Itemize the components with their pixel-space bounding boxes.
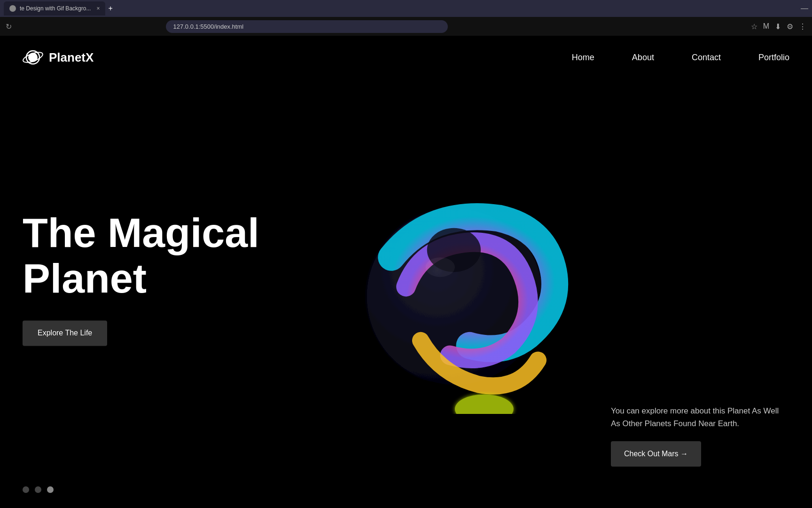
nav-link-portfolio[interactable]: Portfolio — [758, 53, 789, 62]
dot-2[interactable] — [35, 486, 41, 493]
hero-text-block: The Magical Planet Explore The Life — [23, 210, 259, 346]
logo-icon — [23, 47, 43, 68]
minimize-button[interactable]: — — [801, 4, 808, 13]
dot-3[interactable] — [47, 486, 54, 493]
nav-links: Home About Contact Portfolio — [572, 53, 789, 63]
settings-icon[interactable]: ⚙ — [787, 22, 793, 31]
svg-point-4 — [455, 394, 514, 414]
explore-button[interactable]: Explore The Life — [23, 320, 107, 346]
bookmark-icon[interactable]: ☆ — [751, 22, 757, 31]
browser-toolbar-icons: ☆ M ⬇ ⚙ ⋮ — [751, 22, 806, 31]
dot-1[interactable] — [23, 486, 29, 493]
nav-item-contact[interactable]: Contact — [692, 53, 721, 63]
planet-svg — [333, 169, 577, 414]
planet-container — [333, 169, 577, 414]
tab-favicon — [9, 5, 16, 12]
logo-text: PlanetX — [49, 50, 94, 65]
nav-item-portfolio[interactable]: Portfolio — [758, 53, 789, 63]
planet-logo-svg — [23, 47, 43, 68]
browser-chrome: te Design with Gif Backgro... × + — ↻ ☆ … — [0, 0, 812, 36]
window-controls: — — [801, 4, 808, 13]
menu-icon[interactable]: ⋮ — [799, 22, 806, 31]
url-input[interactable] — [166, 20, 448, 33]
title-bar: te Design with Gif Backgro... × + — — [0, 0, 812, 17]
hero-title-line2: Planet — [23, 255, 147, 302]
svg-point-2 — [28, 53, 38, 62]
address-bar: ↻ ☆ M ⬇ ⚙ ⋮ — [0, 17, 812, 36]
hero-title-line1: The Magical — [23, 209, 259, 256]
mars-button[interactable]: Check Out Mars → — [611, 441, 701, 467]
svg-point-7 — [426, 257, 455, 277]
new-tab-button[interactable]: + — [108, 4, 112, 13]
slider-dots — [23, 486, 54, 493]
hero-info-block: You can explore more about this Planet A… — [611, 405, 789, 467]
nav-link-about[interactable]: About — [632, 53, 654, 62]
website-content: PlanetX Home About Contact Portfolio The… — [0, 36, 812, 508]
nav-link-contact[interactable]: Contact — [692, 53, 721, 62]
hero-section: The Magical Planet Explore The Life — [0, 79, 812, 504]
nav-link-home[interactable]: Home — [572, 53, 594, 62]
back-button[interactable]: ↻ — [6, 22, 12, 31]
logo[interactable]: PlanetX — [23, 47, 94, 68]
nav-item-home[interactable]: Home — [572, 53, 594, 63]
nav-item-about[interactable]: About — [632, 53, 654, 63]
tab-title: te Design with Gif Backgro... — [20, 5, 91, 12]
extension-icon-download[interactable]: ⬇ — [775, 22, 781, 31]
hero-description: You can explore more about this Planet A… — [611, 405, 789, 430]
extension-icon-m[interactable]: M — [763, 22, 769, 31]
navbar: PlanetX Home About Contact Portfolio — [0, 36, 812, 79]
hero-title: The Magical Planet — [23, 210, 259, 302]
tab-close-button[interactable]: × — [96, 5, 100, 12]
browser-tab[interactable]: te Design with Gif Backgro... × — [4, 1, 105, 16]
